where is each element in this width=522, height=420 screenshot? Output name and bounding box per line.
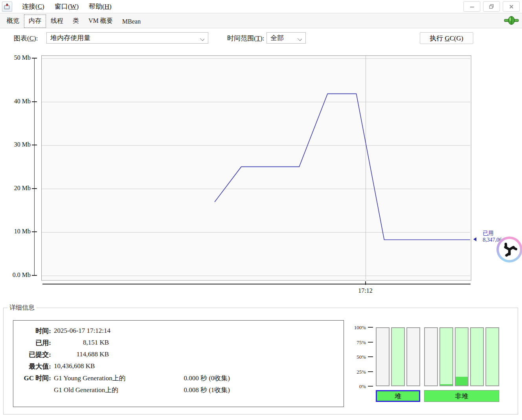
plot-area [41,55,471,281]
pool-button-非堆[interactable]: 非堆 [424,390,499,402]
time-range-combobox[interactable]: 全部 [267,32,306,44]
tab-VM 概要[interactable]: VM 概要 [84,15,118,28]
details-row-value2: 0.000 秒 (0收集) [176,374,230,383]
restore-button[interactable] [483,1,500,12]
details-row: 已提交:114,688 KB [13,348,344,360]
perform-gc-button[interactable]: 执行 GC(G) [420,32,473,44]
details-row: 时间:2025-06-17 17:12:14 [13,325,344,337]
app-icon[interactable] [2,2,12,12]
y-axis-tickmark [32,101,37,102]
details-row-value: G1 Young Generation上的 [54,374,176,383]
tabs: 概览内存线程类VM 概要MBean [2,15,145,28]
y-axis-tick-label: 20 Mb [0,185,31,192]
tab-线程[interactable]: 线程 [46,15,68,28]
y-axis-tick-label: 50 Mb [0,54,31,61]
memory-pool-bar [406,327,420,386]
memory-pool-group: 非堆 [424,327,499,402]
tab-MBean[interactable]: MBean [118,16,145,28]
chevron-down-icon [200,37,204,41]
memory-pool-bar [470,327,484,386]
percent-tickmark [368,342,373,343]
details-row: G1 Old Generation上的0.008 秒 (1收集) [13,384,344,396]
series-pointer-icon [473,237,476,241]
bars-percent-scale: 100%75%50%25%0% [351,327,373,390]
y-axis-tickmark [32,275,37,276]
percent-tickmark [368,386,373,387]
minimize-icon [470,4,474,9]
y-axis-tickmark [32,58,37,59]
close-icon [509,4,514,9]
details-row-label: 已用: [13,338,51,347]
memory-usage-chart: 50 Mb40 Mb30 Mb20 Mb10 Mb0.0 Mb17:12已用8,… [0,53,522,301]
memory-pool-bars [376,327,420,386]
menu-item-w[interactable]: 窗口(W) [50,1,84,12]
tab-内存[interactable]: 内存 [24,15,46,28]
menu-item-c[interactable]: 连接(C) [17,1,50,12]
memory-pool-bar [485,327,499,386]
details-info-box: 时间:2025-06-17 17:12:14已用:8,151 KB已提交:114… [13,320,344,407]
window-controls [463,1,520,12]
y-axis-tick-label: 40 Mb [0,98,31,105]
details-row: 已用:8,151 KB [13,337,344,348]
percent-tick-label: 50% [357,354,366,360]
y-axis-tickmark [32,145,37,145]
close-button[interactable] [503,1,520,12]
y-axis-line [34,58,35,275]
memory-pool-group: 堆 [376,327,420,402]
memory-pool-bar [391,327,405,386]
x-axis-tick-label: 17:12 [351,287,379,294]
percent-tickmark [368,356,373,357]
details-row-value: 114,688 KB [54,350,109,358]
details-row-value: 8,151 KB [54,339,109,347]
memory-pool-bars-panel: 100%75%50%25%0%堆非堆 [351,327,499,402]
y-axis-tick-label: 30 Mb [0,141,31,148]
details-row-value2: 0.008 秒 (1收集) [176,385,230,394]
memory-pool-used-fill [456,377,468,385]
y-axis-tick-label: 10 Mb [0,228,31,235]
time-range-value: 全部 [270,33,284,42]
jconsole-window: 连接(C)窗口(W)帮助(H) 概览内存线程类VM 概要MBean [0,0,522,420]
details-row-value: 2025-06-17 17:12:14 [54,327,110,335]
connection-status-icon [504,16,519,27]
memory-pool-bar [455,327,469,386]
chart-toolbar: 图表(C): 堆内存使用量 时间范围(T): 全部 执行 GC(G) [0,28,522,51]
x-axis-line [42,284,471,284]
watermark-logo-icon [496,237,522,262]
details-row-label: 最大值: [13,362,51,371]
memory-pool-bar [424,327,438,386]
memory-pool-bar [376,327,390,386]
chevron-down-icon [298,37,302,41]
chart-select-value: 堆内存使用量 [50,33,90,42]
time-range-label: 时间范围(T): [227,34,264,43]
menu-items: 连接(C)窗口(W)帮助(H) [17,1,117,12]
details-row-label: GC 时间: [13,374,51,383]
memory-pool-used-fill [440,384,452,385]
jconsole-icon [4,3,11,10]
menu-item-h[interactable]: 帮助(H) [84,1,117,12]
tab-bar: 概览内存线程类VM 概要MBean [0,13,522,28]
details-groupbox: 详细信息 时间:2025-06-17 17:12:14已用:8,151 KB已提… [3,308,518,414]
chart-select-combobox[interactable]: 堆内存使用量 [46,32,208,44]
details-row-label: 时间: [13,326,51,336]
percent-tick-label: 100% [354,325,366,331]
minimize-button[interactable] [463,1,480,12]
memory-pool-bars [424,327,499,386]
details-group-title: 详细信息 [7,304,37,312]
x-axis-tickmark [365,281,366,285]
details-row: 最大值:10,436,608 KB [13,360,344,372]
percent-tick-label: 0% [359,383,366,390]
restore-icon [489,4,494,9]
details-row-value: G1 Old Generation上的 [54,385,176,394]
percent-tick-label: 75% [357,339,366,346]
details-row: GC 时间:G1 Young Generation上的0.000 秒 (0收集) [13,372,344,384]
pool-button-堆[interactable]: 堆 [376,390,420,402]
y-axis-tick-label: 0.0 Mb [0,271,31,279]
y-axis-tickmark [32,231,37,232]
bar-groups: 堆非堆 [376,327,499,402]
percent-tickmark [368,371,373,372]
menu-bar: 连接(C)窗口(W)帮助(H) [0,0,522,13]
series-已用 [215,94,470,240]
tab-概览[interactable]: 概览 [2,15,24,28]
tab-类[interactable]: 类 [68,15,84,28]
percent-tickmark [368,327,373,328]
